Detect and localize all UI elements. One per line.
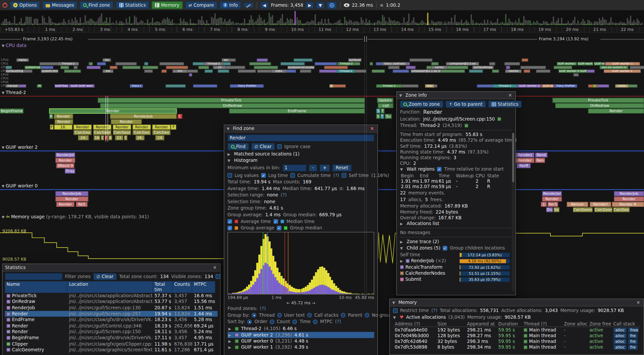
zone-bar[interactable]: Render <box>516 158 534 163</box>
cpu-segment[interactable] <box>87 66 101 69</box>
cpu-segment[interactable] <box>410 58 433 62</box>
zone-bar[interactable]: Render R <box>612 202 644 207</box>
cpu-data-section-header[interactable]: ▼CPU data <box>2 43 26 48</box>
zone-bar[interactable]: RenderJ <box>516 152 534 158</box>
cpu-segment[interactable] <box>238 70 256 73</box>
stats-row[interactable]: EndFramejni/../jni/src/claw/gfx/drv/vk/D… <box>5 317 218 323</box>
cpu-segment-labeled[interactable]: surfac <box>431 66 448 69</box>
cpu-segment[interactable] <box>115 62 137 65</box>
sort-by-radio-order[interactable] <box>248 319 252 324</box>
cpu-segment[interactable] <box>122 66 141 69</box>
filter-zones-input[interactable] <box>5 273 62 280</box>
cpu-segment-labeled[interactable]: kw <box>103 70 113 73</box>
stats-column-header[interactable]: Counts <box>172 281 192 293</box>
cpu-segment[interactable] <box>189 73 192 77</box>
cpu-segment-labeled[interactable]: Thread-2 <box>493 84 517 88</box>
zone-bar[interactable]: Dra <box>546 207 553 212</box>
group-by-radio-thread[interactable] <box>252 313 256 317</box>
zone-bar[interactable]: CalcGeoi <box>93 130 111 135</box>
cpu-segment[interactable] <box>40 66 53 69</box>
zone-bar[interactable]: Dray <box>65 169 75 174</box>
alloc-callstack-button[interactable]: alloc <box>613 327 627 332</box>
stats-column-header[interactable]: Name <box>5 281 67 293</box>
memory-column-header[interactable]: Duration <box>496 321 522 326</box>
memory-column-header[interactable]: Zone free <box>588 321 611 326</box>
zone-bar[interactable]: Render <box>542 196 562 202</box>
thread-header-guif-worker-2[interactable]: ▼GUIF worker 2 <box>2 145 38 150</box>
zone-bar[interactable]: 8 <box>108 135 112 140</box>
cpu-segment[interactable] <box>73 66 77 69</box>
zone-bar[interactable]: OnRedraw <box>100 103 365 108</box>
clear-button[interactable]: ∅Clear <box>251 143 275 150</box>
zone-bar[interactable]: C <box>124 135 127 140</box>
zone-bar[interactable]: C <box>105 135 108 140</box>
wait-column-header[interactable]: CPU <box>475 173 486 179</box>
cpu-segment[interactable] <box>504 62 520 65</box>
cpu-segment[interactable] <box>249 62 271 65</box>
toolbar-button-tools[interactable] <box>244 2 253 8</box>
sort-by-radio-count[interactable] <box>270 319 274 324</box>
cpu-segment-labeled[interactable]: surfacef <box>348 58 361 62</box>
cpu-segment-labeled[interactable]: GUIF worker 1 <box>605 62 640 65</box>
close-icon[interactable]: × <box>507 92 513 98</box>
cpu-segment-labeled[interactable]: Thread-2 <box>57 62 79 65</box>
cpu-segment[interactable] <box>193 84 217 88</box>
cpu-segment-labeled[interactable]: GUIF worker 0 GUIF-work <box>558 70 587 73</box>
cpu-segment-labeled[interactable]: Thread-2 <box>376 84 402 88</box>
cpu-segment[interactable] <box>300 70 311 73</box>
cpu-segment-labeled[interactable]: Thread-2 <box>338 62 355 65</box>
zone-bar[interactable]: BeginFrame <box>0 108 23 114</box>
zone-bar[interactable]: Render <box>73 125 92 130</box>
close-icon[interactable]: × <box>212 265 218 270</box>
cpu-segment-labeled[interactable]: ful <box>103 58 111 62</box>
collapse-icon[interactable]: ▼ <box>392 300 395 304</box>
cpu-segment-labeled[interactable]: system-se <box>24 66 41 69</box>
address-cell[interactable]: 0x7e049b3d00 <box>393 333 436 338</box>
wait-column-header[interactable]: Begin <box>400 173 419 179</box>
collapse-icon[interactable]: ▼ <box>399 93 402 97</box>
bin-decrease-button[interactable]: - <box>309 165 317 172</box>
toolbar-button-memory[interactable]: Memory <box>152 1 183 9</box>
child-zone-row[interactable]: Self time172.14 µs (3.83%) <box>400 252 512 258</box>
stats-row[interactable]: PrivateTickjni/../jni/src/claw/applicati… <box>5 293 218 299</box>
cpu-segment[interactable] <box>573 73 579 77</box>
group-by-radio-parent[interactable] <box>341 313 345 317</box>
collapse-icon[interactable]: ▼ <box>393 315 396 319</box>
cpu-segment[interactable] <box>469 70 483 73</box>
toolbar-button-statistics[interactable]: Statistics <box>116 1 149 9</box>
wait-column-header[interactable]: End <box>419 173 438 179</box>
memory-table-row[interactable]: 0x7e049b3d00128 bytes298.27 ms59.95 sMai… <box>393 333 640 339</box>
zone-bar[interactable]: OnRedraw <box>555 103 644 108</box>
zone-bar[interactable]: Re5 <box>76 202 88 207</box>
memory-column-header[interactable]: Thread (?) <box>522 321 562 326</box>
cpu-segment-labeled[interactable]: Thread-2 <box>204 62 223 65</box>
wait-column-header[interactable]: Wakeup <box>455 173 475 179</box>
cpu-segment-labeled[interactable]: A <box>329 84 333 88</box>
zone-bar[interactable]: Rerff <box>517 163 531 168</box>
toolbar-button-compare[interactable]: ⇄Compare <box>185 1 217 9</box>
group-by-radio-user-text[interactable] <box>277 313 281 317</box>
zone-bar[interactable]: Su <box>385 114 392 119</box>
cpu-segment-labeled[interactable]: GUIF-w <box>542 84 553 88</box>
cpu-segment[interactable] <box>254 66 278 69</box>
zone-bar[interactable]: CalcGeor <box>113 130 131 135</box>
cpu-segment-labeled[interactable]: GUIFTracy <box>55 84 69 88</box>
found-zone-group-row[interactable]: ▶GUIF worker 2(3,296)4.61 s <box>227 332 374 338</box>
found-zone-group-row[interactable]: ▶Thread-2(4,105)6.46 s <box>227 326 374 332</box>
memory-table-row[interactable]: 0x7dfc42d64032 bytes298.3 ms59.95 sMain … <box>393 339 640 344</box>
cpu-segment-labeled[interactable]: I <box>592 84 597 88</box>
free-callstack-button[interactable]: fre <box>628 345 638 350</box>
zone-bar[interactable]: 24 <box>155 135 164 140</box>
bin-increase-button[interactable]: + <box>320 165 330 172</box>
stats-row[interactable]: Renderjni/../jni/src/guif/Screen.cpp:257… <box>5 311 218 317</box>
zone-bar[interactable]: PrivateTick <box>98 98 365 103</box>
close-icon[interactable]: × <box>369 126 375 131</box>
zone-bar[interactable]: RenderJob <box>614 191 644 196</box>
cpu-segment[interactable] <box>522 58 528 62</box>
stats-column-header[interactable]: Location <box>67 281 153 293</box>
clear-filter-button[interactable]: ∅Clear <box>93 273 117 280</box>
legend-checkbox-group-average[interactable]: ✓ <box>227 226 232 230</box>
cpu-segment[interactable] <box>294 58 313 62</box>
reset-button[interactable]: Reset <box>332 165 352 172</box>
zone-bar[interactable]: 8Rend 9 <box>56 163 74 168</box>
